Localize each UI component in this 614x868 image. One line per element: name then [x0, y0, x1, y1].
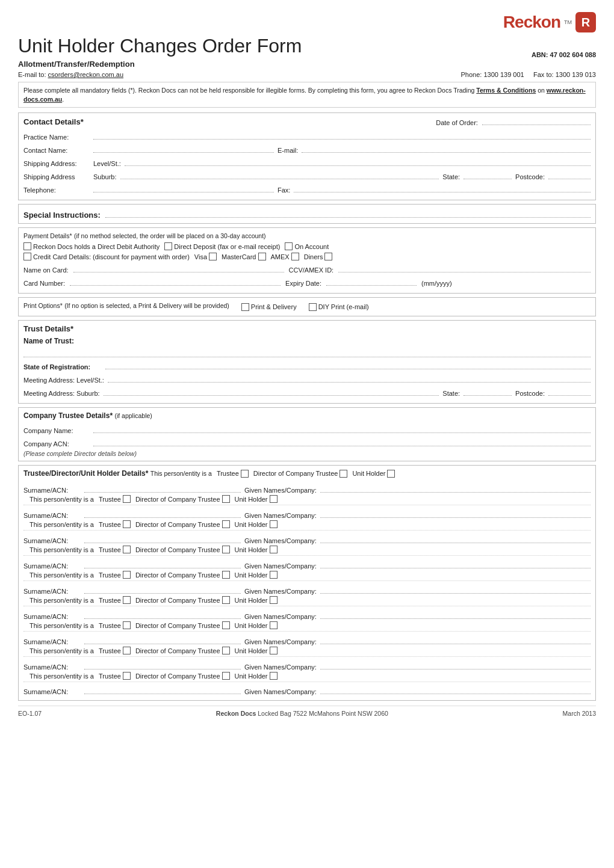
surname-input-8[interactable] — [84, 660, 241, 669]
trustee-checkbox-2[interactable] — [123, 520, 131, 528]
director-option-3[interactable]: Director of Company Trustee — [135, 546, 230, 553]
diy-print-checkbox[interactable] — [309, 303, 317, 311]
director-option-2[interactable]: Director of Company Trustee — [135, 520, 230, 528]
state-input2[interactable] — [464, 386, 512, 396]
print-delivery-option[interactable]: Print & Delivery — [241, 303, 297, 311]
unit-holder-checkbox-2[interactable] — [270, 520, 278, 528]
director-checkbox-2[interactable] — [222, 520, 230, 528]
email-link[interactable]: csorders@reckon.com.au — [48, 71, 124, 78]
unit-holder-option-1[interactable]: Unit Holder — [235, 495, 278, 503]
expiry-input[interactable] — [326, 276, 417, 286]
trustee-header-checkbox[interactable] — [241, 470, 249, 478]
telephone-input[interactable] — [93, 183, 274, 192]
unit-holder-header-option[interactable]: Unit Holder — [352, 470, 395, 478]
state-input[interactable] — [464, 170, 512, 179]
surname-input-7[interactable] — [84, 635, 241, 644]
unit-holder-option-3[interactable]: Unit Holder — [235, 546, 278, 553]
special-instructions-input[interactable] — [105, 208, 591, 218]
on-account-checkbox[interactable] — [285, 242, 293, 250]
unit-holder-checkbox-8[interactable] — [270, 672, 278, 680]
given-names-input-4[interactable] — [320, 559, 591, 568]
unit-holder-option-7[interactable]: Unit Holder — [235, 647, 278, 654]
given-names-input-7[interactable] — [320, 635, 591, 644]
trustee-option-4[interactable]: Trustee — [99, 571, 131, 579]
company-name-input[interactable] — [93, 423, 591, 433]
trustee-checkbox-8[interactable] — [123, 672, 131, 680]
director-checkbox-5[interactable] — [222, 596, 230, 604]
trustee-checkbox-3[interactable] — [123, 546, 131, 553]
name-of-trust-input[interactable] — [23, 348, 591, 357]
surname-input-4[interactable] — [84, 559, 241, 568]
trustee-option-7[interactable]: Trustee — [99, 647, 131, 654]
credit-card-checkbox[interactable] — [23, 253, 31, 260]
trustee-option-2[interactable]: Trustee — [99, 520, 131, 528]
unit-holder-checkbox-6[interactable] — [270, 621, 278, 629]
unit-holder-checkbox-4[interactable] — [270, 571, 278, 579]
trustee-checkbox-7[interactable] — [123, 647, 131, 654]
postcode-input2[interactable] — [548, 386, 591, 396]
given-names-input-1[interactable] — [320, 483, 591, 493]
director-checkbox-3[interactable] — [222, 546, 230, 553]
visa-option[interactable]: Visa — [194, 253, 217, 260]
level-st-input[interactable] — [125, 156, 591, 166]
director-option-4[interactable]: Director of Company Trustee — [135, 571, 230, 579]
amex-option[interactable]: AMEX — [271, 253, 299, 260]
surname-input-1[interactable] — [84, 483, 241, 493]
trustee-option-5[interactable]: Trustee — [99, 596, 131, 604]
director-option-7[interactable]: Director of Company Trustee — [135, 647, 230, 654]
surname-input-5[interactable] — [84, 584, 241, 594]
trustee-checkbox-4[interactable] — [123, 571, 131, 579]
trustee-header-option[interactable]: Trustee — [217, 470, 249, 478]
unit-holder-checkbox-7[interactable] — [270, 647, 278, 654]
fax-input[interactable] — [294, 183, 591, 192]
name-on-card-input[interactable] — [73, 263, 284, 272]
trustee-option-3[interactable]: Trustee — [99, 546, 131, 553]
amex-checkbox[interactable] — [291, 253, 299, 260]
print-delivery-checkbox[interactable] — [241, 303, 249, 311]
trustee-option-8[interactable]: Trustee — [99, 672, 131, 680]
card-number-input[interactable] — [70, 276, 281, 286]
postcode-input[interactable] — [548, 170, 591, 179]
surname-input-2[interactable] — [84, 508, 241, 518]
given-names-input-3[interactable] — [320, 534, 591, 543]
suburb-input[interactable] — [120, 170, 439, 179]
unit-holder-option-5[interactable]: Unit Holder — [235, 596, 278, 604]
terms-link[interactable]: Terms & Conditions — [476, 87, 536, 94]
director-checkbox-4[interactable] — [222, 571, 230, 579]
director-option-6[interactable]: Director of Company Trustee — [135, 621, 230, 629]
diy-print-option[interactable]: DIY Print (e-mail) — [309, 303, 369, 311]
surname-input-9[interactable] — [84, 685, 241, 694]
credit-card-option[interactable]: Credit Card Details: (discount for payme… — [23, 253, 190, 260]
trustee-checkbox-1[interactable] — [123, 495, 131, 503]
director-checkbox-6[interactable] — [222, 621, 230, 629]
direct-debit-checkbox[interactable] — [23, 242, 31, 250]
on-account-option[interactable]: On Account — [285, 242, 329, 250]
surname-input-3[interactable] — [84, 534, 241, 543]
direct-deposit-option[interactable]: Direct Deposit (fax or e-mail receipt) — [164, 242, 280, 250]
direct-debit-option[interactable]: Reckon Docs holds a Direct Debit Authori… — [23, 242, 160, 250]
mastercard-checkbox[interactable] — [258, 253, 266, 260]
given-names-input-6[interactable] — [320, 609, 591, 619]
given-names-input-5[interactable] — [320, 584, 591, 594]
practice-name-input[interactable] — [93, 130, 591, 140]
given-names-input-8[interactable] — [320, 660, 591, 669]
given-names-input-2[interactable] — [320, 508, 591, 518]
meeting-address-suburb-input[interactable] — [104, 386, 439, 396]
visa-checkbox[interactable] — [209, 253, 217, 260]
director-option-5[interactable]: Director of Company Trustee — [135, 596, 230, 604]
surname-input-6[interactable] — [84, 609, 241, 619]
mastercard-option[interactable]: MasterCard — [222, 253, 265, 260]
director-checkbox-7[interactable] — [222, 647, 230, 654]
unit-holder-header-checkbox[interactable] — [387, 470, 395, 478]
state-registration-input[interactable] — [105, 360, 591, 369]
director-header-checkbox[interactable] — [340, 470, 347, 478]
trustee-checkbox-6[interactable] — [123, 621, 131, 629]
trustee-option-6[interactable]: Trustee — [99, 621, 131, 629]
trustee-option-1[interactable]: Trustee — [99, 495, 131, 503]
director-header-option[interactable]: Director of Company Trustee — [253, 470, 348, 478]
ccv-input[interactable] — [338, 263, 591, 272]
unit-holder-checkbox-1[interactable] — [270, 495, 278, 503]
trustee-checkbox-5[interactable] — [123, 596, 131, 604]
director-option-8[interactable]: Director of Company Trustee — [135, 672, 230, 680]
director-option-1[interactable]: Director of Company Trustee — [135, 495, 230, 503]
